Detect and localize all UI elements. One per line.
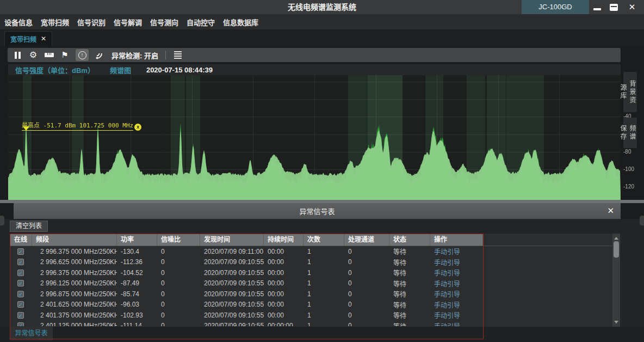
- maximize-button[interactable]: [606, 0, 621, 14]
- online-checkbox[interactable]: ✓: [17, 270, 24, 276]
- column-header[interactable]: 操作: [430, 234, 483, 246]
- cell-channel: 0: [344, 312, 389, 319]
- cell-count: 1: [304, 248, 344, 255]
- cell-found: 2020/07/09 09:10:55: [200, 269, 264, 277]
- cell-found: 2020/07/09 09:10:55: [200, 279, 264, 287]
- measure-button[interactable]: [44, 50, 54, 60]
- column-header[interactable]: 次数: [304, 234, 344, 246]
- manual-guide-link[interactable]: 手动引导: [434, 248, 460, 256]
- column-header[interactable]: 处理通道: [344, 234, 389, 246]
- cell-status: 等待: [389, 258, 430, 267]
- table-body: ✓2 996.375 000 MHz/250KHz-130.402020/07/…: [10, 246, 483, 326]
- manual-guide-link[interactable]: 手动引导: [434, 323, 460, 326]
- marker-close-icon[interactable]: x: [134, 124, 141, 131]
- bottom-tab-abnormal-table[interactable]: 异常信号表: [10, 327, 53, 340]
- chart-subtitle: 频谱图: [110, 65, 131, 75]
- cell-count: 1: [304, 301, 344, 308]
- manual-guide-link[interactable]: 手动引导: [434, 312, 460, 320]
- cell-power: -85.74: [117, 290, 157, 298]
- column-header[interactable]: 持续时间: [264, 234, 304, 246]
- column-header[interactable]: 在线: [10, 234, 32, 246]
- table-scrollbar[interactable]: [612, 234, 620, 327]
- cell-snr: 0: [157, 312, 200, 319]
- minimize-button[interactable]: [590, 0, 605, 14]
- spectrum-save-button[interactable]: 频谱保存: [623, 118, 637, 148]
- settings-button[interactable]: ⚙: [28, 50, 38, 60]
- tab-label: 宽带扫频: [10, 34, 36, 44]
- menu-item[interactable]: 宽带扫频: [41, 17, 69, 27]
- background-resource-library-button[interactable]: 背景资源库: [623, 72, 637, 112]
- tab-broadband-scan[interactable]: 宽带扫频 ✕: [4, 31, 52, 46]
- cell-found: 2020/07/09 09:10:55: [200, 290, 264, 298]
- online-checkbox[interactable]: ✓: [17, 259, 24, 265]
- table-row[interactable]: ✓2 996.875 000 MHz/250KHz-85.7402020/07/…: [10, 289, 483, 300]
- menu-bar: 设备信息宽带扫频信号识别信号解调信号测向自动控守信息数据库: [0, 14, 644, 29]
- manual-guide-link[interactable]: 手动引导: [434, 259, 460, 267]
- manual-guide-link[interactable]: 手动引导: [434, 270, 460, 277]
- maximize-icon: [610, 4, 618, 11]
- column-header[interactable]: 发现时间: [200, 234, 264, 246]
- list-menu-button[interactable]: [173, 50, 183, 60]
- close-button[interactable]: ✕: [624, 0, 640, 14]
- peak-search-button[interactable]: ↑: [76, 49, 89, 61]
- manual-guide-link[interactable]: 手动引导: [434, 291, 460, 298]
- spectrum-chart[interactable]: [8, 75, 621, 200]
- column-header[interactable]: 功率: [117, 234, 157, 246]
- app-window: 无线电频谱监测系统 JC-100GD ✕ 设备信息宽带扫频信号识别信号解调信号测…: [0, 0, 644, 342]
- online-checkbox[interactable]: ✓: [17, 312, 24, 319]
- cell-duration: 00:00: [264, 269, 304, 277]
- online-checkbox[interactable]: ✓: [17, 301, 24, 308]
- cell-freq: 2 996.875 000 MHz/250KHz: [32, 290, 117, 298]
- table-row[interactable]: ✓2 401.625 000 MHz/250KHz-96.0302020/07/…: [10, 300, 483, 310]
- scroll-up-icon[interactable]: [614, 237, 618, 240]
- online-checkbox[interactable]: ✓: [17, 322, 24, 326]
- table-row[interactable]: ✓2 996.375 000 MHz/250KHz-104.5202020/07…: [10, 267, 483, 278]
- online-checkbox[interactable]: ✓: [17, 248, 24, 255]
- clear-list-button[interactable]: 清空列表: [10, 221, 48, 232]
- column-header[interactable]: 信噪比: [157, 234, 200, 246]
- menu-item[interactable]: 设备信息: [4, 17, 33, 27]
- abnormal-panel-header[interactable]: 异常信号表 ✕: [14, 203, 621, 219]
- column-header[interactable]: 状态: [389, 234, 430, 246]
- y-tick-label: -80: [623, 149, 640, 155]
- peak-marker[interactable]: 最高点 -51.7 dBm 101.725 000 MHz x: [22, 120, 141, 131]
- right-splitter-grip[interactable]: [640, 216, 644, 225]
- cell-freq: 2 401.375 000 MHz/250KHz: [32, 312, 117, 319]
- table-row[interactable]: ✓2 996.125 000 MHz/250KHz-87.4902020/07/…: [10, 278, 483, 289]
- menu-item[interactable]: 信号解调: [114, 17, 142, 27]
- scroll-down-icon[interactable]: [614, 321, 618, 323]
- ruler-icon: [45, 53, 54, 57]
- column-header[interactable]: 频段: [32, 234, 117, 246]
- table-row[interactable]: ✓2 401.125 000 MHz/250KHz-111.1402020/07…: [10, 321, 483, 327]
- cell-count: 1: [304, 322, 344, 326]
- online-checkbox[interactable]: ✓: [17, 291, 24, 297]
- menu-item[interactable]: 信号测向: [150, 17, 178, 27]
- bottom-tab-row: 异常信号表: [0, 327, 644, 342]
- menu-item[interactable]: 信号识别: [77, 17, 106, 27]
- toolbar: ⚙ ⚑ ↑ 异常检测: 开启: [8, 48, 621, 62]
- table-row[interactable]: ✓2 996.375 000 MHz/250KHz-130.402020/07/…: [10, 246, 483, 257]
- table-row[interactable]: ✓2 996.625 000 MHz/250KHz-112.3602020/07…: [10, 257, 483, 268]
- pause-button[interactable]: [13, 50, 22, 60]
- manual-guide-link[interactable]: 手动引导: [434, 302, 460, 309]
- tab-row: 宽带扫频 ✕: [0, 29, 644, 46]
- cell-status: 等待: [389, 321, 430, 326]
- scrollbar-thumb[interactable]: [614, 241, 619, 258]
- panel-close-icon[interactable]: ✕: [607, 206, 614, 216]
- menu-item[interactable]: 自动控守: [187, 17, 215, 27]
- online-checkbox[interactable]: ✓: [17, 280, 24, 286]
- cell-snr: 0: [157, 258, 200, 266]
- marker-flag-button[interactable]: ⚑: [60, 50, 70, 60]
- cell-duration: 00:00: [264, 301, 304, 308]
- cell-channel: 0: [344, 248, 389, 255]
- device-model-button[interactable]: JC-100GD: [522, 0, 589, 14]
- cell-status: 等待: [389, 289, 430, 298]
- signal-detect-button[interactable]: [95, 50, 104, 60]
- marker-label: 最高点 -51.7 dBm 101.725 000 MHz: [22, 120, 133, 131]
- left-splitter-grip[interactable]: [0, 216, 4, 225]
- tab-close-icon[interactable]: ✕: [41, 35, 46, 42]
- table-row[interactable]: ✓2 401.375 000 MHz/250KHz-102.9302020/07…: [10, 310, 483, 321]
- menu-item[interactable]: 信息数据库: [223, 17, 258, 27]
- cell-snr: 0: [157, 290, 200, 298]
- manual-guide-link[interactable]: 手动引导: [434, 280, 460, 288]
